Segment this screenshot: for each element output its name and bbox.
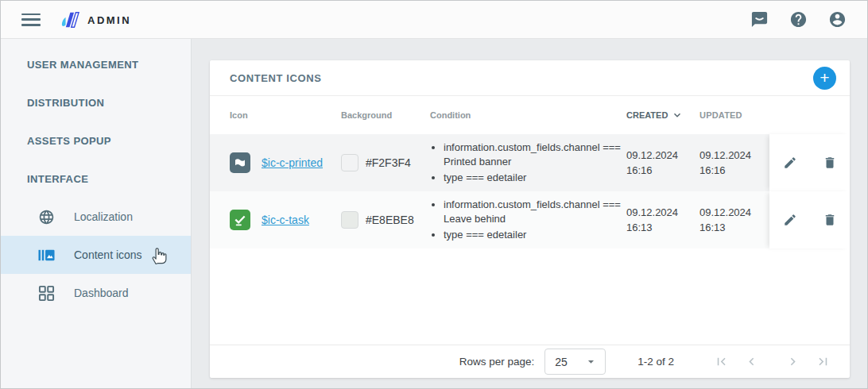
- created-cell: 09.12.2024 16:16: [626, 148, 699, 178]
- sidebar-item-label: Localization: [74, 210, 133, 223]
- condition-list: information.custom_fields.channel === Pr…: [430, 141, 626, 185]
- table-header-row: Icon Background Condition CREATED UPDATE…: [210, 96, 850, 134]
- updated-cell: 09.12.2024 16:16: [699, 148, 769, 178]
- add-content-icon-button[interactable]: +: [813, 67, 836, 90]
- edit-button[interactable]: [781, 154, 799, 171]
- account-icon[interactable]: [828, 10, 847, 29]
- color-swatch: [341, 211, 358, 229]
- condition-cell: information.custom_fields.channel === Le…: [430, 191, 626, 248]
- updated-cell: 09.12.2024 16:13: [699, 205, 769, 235]
- sidebar: USER MANAGEMENT DISTRIBUTION ASSETS POPU…: [1, 39, 192, 388]
- next-page-button[interactable]: [785, 354, 800, 369]
- dropdown-caret-icon: [584, 355, 598, 368]
- trash-icon: [823, 213, 837, 227]
- icon-link[interactable]: $ic-c-task: [262, 214, 309, 226]
- condition-item: type === edetailer: [444, 171, 626, 185]
- next-page-icon: [785, 354, 800, 369]
- task-check-icon: [230, 210, 250, 230]
- delete-button[interactable]: [821, 154, 839, 171]
- rows-per-page-label: Rows per page:: [459, 356, 535, 368]
- sidebar-item-content-icons[interactable]: Content icons: [1, 236, 191, 274]
- last-page-button[interactable]: [816, 354, 831, 369]
- sidebar-section-distribution[interactable]: DISTRIBUTION: [1, 83, 191, 121]
- first-page-button[interactable]: [714, 354, 729, 369]
- globe-icon: [38, 209, 55, 225]
- row-actions: [769, 191, 850, 248]
- main-content: CONTENT ICONS + Icon Background Conditio…: [192, 39, 867, 388]
- icon-link[interactable]: $ic-c-printed: [262, 156, 323, 169]
- sidebar-section-user-management[interactable]: USER MANAGEMENT: [1, 45, 191, 83]
- prev-page-button[interactable]: [744, 354, 759, 369]
- color-hex-value: #F2F3F4: [366, 156, 411, 169]
- column-header-condition: Condition: [430, 110, 626, 120]
- color-swatch: [341, 154, 358, 171]
- condition-item: information.custom_fields.channel === Pr…: [444, 141, 626, 169]
- help-icon[interactable]: [789, 10, 808, 29]
- table-row: $ic-c-printed #F2F3F4 information.custom…: [210, 134, 850, 191]
- admin-app-window: Admin USER MANAGEMENT DISTRIBUTION ASSET…: [0, 0, 868, 389]
- top-bar: Admin: [1, 1, 867, 39]
- condition-list: information.custom_fields.channel === Le…: [430, 198, 626, 242]
- condition-item: type === edetailer: [444, 228, 626, 242]
- page-range-label: 1-2 of 2: [637, 356, 674, 368]
- rows-per-page-select[interactable]: 25: [544, 349, 606, 375]
- plus-icon: +: [820, 67, 829, 88]
- column-header-background: Background: [341, 110, 430, 120]
- sidebar-section-assets-popup[interactable]: ASSETS POPUP: [1, 121, 191, 160]
- pencil-icon: [783, 213, 797, 227]
- first-page-icon: [714, 354, 729, 369]
- pagination-bar: Rows per page: 25 1-2 of 2: [210, 345, 850, 378]
- created-cell: 09.12.2024 16:13: [626, 205, 699, 235]
- rows-per-page-value: 25: [555, 356, 568, 368]
- column-header-updated: UPDATED: [699, 110, 769, 120]
- top-bar-actions: [750, 10, 847, 29]
- table-row: $ic-c-task #E8EBE8 information.custom_fi…: [210, 191, 850, 248]
- sidebar-item-dashboard[interactable]: Dashboard: [1, 274, 191, 312]
- brand-title: Admin: [87, 11, 131, 28]
- trash-icon: [823, 156, 837, 170]
- pencil-icon: [783, 156, 797, 170]
- condition-cell: information.custom_fields.channel === Pr…: [430, 134, 626, 191]
- page-title: CONTENT ICONS: [230, 72, 321, 84]
- sidebar-item-label: Dashboard: [74, 287, 129, 299]
- card-header: CONTENT ICONS +: [210, 60, 850, 96]
- brand-logo: Admin: [58, 10, 131, 30]
- last-page-icon: [816, 354, 831, 369]
- chat-icon[interactable]: [750, 10, 769, 29]
- sidebar-item-label: Content icons: [74, 248, 142, 261]
- column-header-icon: Icon: [230, 110, 341, 120]
- logo-icon: [58, 10, 80, 30]
- pager-controls: [714, 354, 831, 369]
- column-header-created[interactable]: CREATED: [626, 110, 699, 121]
- menu-icon[interactable]: [21, 13, 41, 26]
- flag-icon: [230, 152, 250, 173]
- row-actions: [769, 134, 850, 191]
- chevron-down-icon: [672, 110, 683, 121]
- condition-item: information.custom_fields.channel === Le…: [444, 198, 626, 226]
- edit-button[interactable]: [781, 211, 799, 229]
- content-icons-icon: [38, 247, 55, 264]
- content-icons-card: CONTENT ICONS + Icon Background Conditio…: [210, 60, 850, 378]
- sidebar-item-localization[interactable]: Localization: [1, 198, 191, 236]
- sidebar-section-interface[interactable]: INTERFACE: [1, 160, 191, 198]
- prev-page-icon: [744, 354, 759, 369]
- color-hex-value: #E8EBE8: [366, 214, 414, 226]
- dashboard-grid-icon: [38, 285, 55, 302]
- delete-button[interactable]: [821, 211, 839, 229]
